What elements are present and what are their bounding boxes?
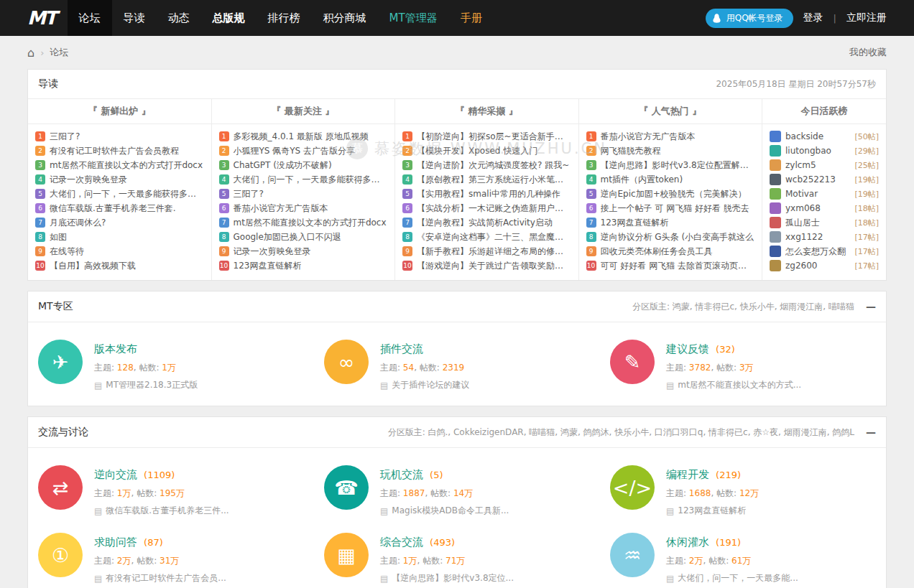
thread-link[interactable]: 如图 bbox=[50, 231, 67, 243]
guide-thread-item[interactable]: 记录一次剪映免登录 bbox=[219, 244, 388, 258]
forum-name-link[interactable]: 插件交流 bbox=[380, 342, 423, 355]
bus-icon[interactable]: ▦ bbox=[324, 533, 369, 577]
guide-thread-item[interactable]: mt居然不能直接以文本的方式打开docx bbox=[219, 215, 388, 230]
register-link[interactable]: 立即注册 bbox=[846, 11, 887, 24]
guide-thread-item[interactable]: 逆向协议分析 G头条 (小白变高手就这么 bbox=[586, 230, 755, 244]
guide-thread-item[interactable]: 小狐狸YS 佩奇YS 去广告版分享 bbox=[219, 144, 388, 158]
guide-thread-item[interactable]: 网飞猫脱壳教程 bbox=[586, 144, 755, 158]
nav-item-points-mall[interactable]: 积分商城 bbox=[312, 0, 378, 36]
thread-link[interactable]: 【逆向进阶】次元鸿城强度签校? 跟我~ bbox=[417, 159, 569, 172]
guide-thread-item[interactable]: 《安卓逆向这档事》二十三、黑盒魔法之 bbox=[402, 230, 571, 244]
water-icon[interactable]: ♒ bbox=[610, 533, 655, 577]
user-link[interactable]: 怎么妄想万众翻 bbox=[785, 246, 850, 258]
android-icon[interactable]: </> bbox=[610, 465, 655, 510]
lastpost-link[interactable]: 微信车载版.古董手机养老三件... bbox=[106, 505, 228, 517]
thread-link[interactable]: 网飞猫脱壳教程 bbox=[601, 145, 661, 157]
forum-block[interactable]: ☎ 玩机交流 (5) 主题: 1887, 帖数: 14万 ▤ Magisk模块A… bbox=[314, 454, 600, 521]
guide-thread-item[interactable]: 大佬们，问一下，一天最多能获得多少金 bbox=[219, 172, 388, 187]
ranking-user-item[interactable]: wcb252213 [19帖] bbox=[770, 172, 879, 187]
collapse-icon[interactable]: — bbox=[866, 301, 876, 312]
thread-link[interactable]: 有没有记工时软件去广告会员教程 bbox=[50, 145, 179, 157]
thread-link[interactable]: 记录一次剪映免登录 bbox=[50, 174, 127, 186]
thread-link[interactable]: 接上一个帖子 可 网飞猫 好好看 脱壳去 bbox=[601, 202, 749, 215]
forum-block[interactable]: ✎ 建议反馈 (32) 主题: 3782, 帖数: 3万 ▤ mt居然不能直接以… bbox=[600, 328, 886, 396]
guide-thread-item[interactable]: 如图 bbox=[35, 230, 204, 244]
guide-thread-item[interactable]: 大佬们，问一下，一天最多能获得多少金 bbox=[35, 187, 204, 201]
qq-login-button[interactable]: 用QQ帐号登录 bbox=[706, 9, 793, 28]
guide-thread-item[interactable]: 【原创教程】第三方系统运行小米笔记方 bbox=[402, 172, 571, 187]
guide-thread-item[interactable]: 【逆向教程】实战简析Activity启动 bbox=[402, 215, 571, 230]
guide-thread-item[interactable]: 123网盘直链解析 bbox=[586, 215, 755, 230]
forum-block[interactable]: ▦ 综合交流 (493) 主题: 1万, 帖数: 71万 ▤ 【逆向思路】影时代… bbox=[314, 521, 600, 588]
guide-column-header[interactable]: 『 最新关注 』 bbox=[212, 99, 395, 124]
guide-thread-item[interactable]: 可可 好好看 网飞猫 去除首页滚动页下广 bbox=[586, 258, 755, 273]
user-link[interactable]: xxg1122 bbox=[785, 232, 850, 242]
guide-thread-item[interactable]: 番茄小说官方无广告版本 bbox=[219, 201, 388, 215]
forum-lastpost[interactable]: ▤ 大佬们，问一下，一天最多能... bbox=[666, 572, 798, 584]
forum-name-link[interactable]: 综合交流 bbox=[380, 536, 423, 549]
forum-name-link[interactable]: 编程开发 bbox=[666, 468, 709, 481]
guide-thread-item[interactable]: 【新手教程】乐游超详细之布局的修改与 bbox=[402, 244, 571, 258]
guide-thread-item[interactable]: mt插件（内置token) bbox=[586, 172, 755, 187]
thread-link[interactable]: 【逆向思路】影时代v3.8定位配置解密思 bbox=[601, 159, 755, 172]
thread-link[interactable]: 【实战分析】一木记账之伪造新用户绕过 bbox=[417, 202, 571, 215]
forum-block[interactable]: ① 求助问答 (87) 主题: 2万, 帖数: 31万 ▤ 有没有记工时软件去广… bbox=[28, 521, 314, 588]
forum-lastpost[interactable]: ▤ 关于插件论坛的建议 bbox=[380, 379, 469, 391]
thread-link[interactable]: 逆向协议分析 G头条 (小白变高手就这么 bbox=[601, 231, 754, 243]
nav-item-activity[interactable]: 动态 bbox=[157, 0, 201, 36]
lastpost-link[interactable]: 大佬们，问一下，一天最多能... bbox=[678, 572, 798, 584]
guide-thread-item[interactable]: 微信车载版.古董手机养老三件套. bbox=[35, 201, 204, 215]
guide-thread-item[interactable]: 123网盘直链解析 bbox=[219, 258, 388, 273]
forum-name-link[interactable]: 逆向交流 bbox=[94, 468, 137, 481]
glasses-icon[interactable]: ∞ bbox=[324, 340, 369, 384]
forum-name-link[interactable]: 休闲灌水 bbox=[666, 536, 709, 549]
thread-link[interactable]: 可可 好好看 网飞猫 去除首页滚动页下广 bbox=[601, 260, 755, 272]
thread-link[interactable]: 【逆向教程】实战简析Activity启动 bbox=[417, 217, 553, 229]
thread-link[interactable]: 【新手教程】乐游超详细之布局的修改与 bbox=[417, 246, 571, 258]
forum-lastpost[interactable]: ▤ 123网盘直链解析 bbox=[666, 505, 759, 517]
thread-link[interactable]: 大佬们，问一下，一天最多能获得多少金 bbox=[50, 188, 204, 200]
ranking-user-item[interactable]: backside [50帖] bbox=[770, 129, 879, 144]
thread-link[interactable]: 番茄小说官方无广告版本 bbox=[234, 202, 328, 215]
thread-link[interactable]: 番茄小说官方无广告版本 bbox=[601, 131, 696, 143]
guide-thread-item[interactable]: 多彩视频_4.0.1 最新版 原地瓜视频 bbox=[219, 129, 388, 144]
ranking-user-item[interactable]: yxm068 [18帖] bbox=[770, 201, 879, 215]
guide-thread-item[interactable]: 三阳了? bbox=[219, 187, 388, 201]
breadcrumb-forum-link[interactable]: 论坛 bbox=[50, 46, 68, 59]
thread-link[interactable]: Google加固已换入口不闪退 bbox=[234, 231, 341, 243]
guide-thread-item[interactable]: 记录一次剪映免登录 bbox=[35, 172, 204, 187]
thread-link[interactable]: 123网盘直链解析 bbox=[601, 217, 669, 229]
guide-column-header[interactable]: 今日活跃榜 bbox=[762, 99, 886, 124]
guide-thread-item[interactable]: 【逆向进阶】次元鸿城强度签校? 跟我~ bbox=[402, 158, 571, 172]
thread-link[interactable]: 【初阶逆向】初探so层~更适合新手宝宝 bbox=[417, 131, 571, 143]
forum-lastpost[interactable]: ▤ mt居然不能直接以文本的方式... bbox=[666, 379, 801, 391]
ranking-user-item[interactable]: Motivar [19帖] bbox=[770, 187, 879, 201]
forum-name-link[interactable]: 建议反馈 bbox=[666, 342, 709, 355]
forum-lastpost[interactable]: ▤ 有没有记工时软件去广告会员... bbox=[94, 572, 226, 584]
ranking-user-item[interactable]: 怎么妄想万众翻 [17帖] bbox=[770, 244, 879, 258]
lastpost-link[interactable]: 123网盘直链解析 bbox=[678, 505, 746, 517]
user-link[interactable]: 孤山居士 bbox=[785, 217, 850, 229]
nav-item-manual[interactable]: 手册 bbox=[449, 0, 494, 36]
section-title[interactable]: 交流与讨论 bbox=[38, 426, 88, 439]
guide-thread-item[interactable]: 【实战分析】一木记账之伪造新用户绕过 bbox=[402, 201, 571, 215]
guide-thread-item[interactable]: 接上一个帖子 可 网飞猫 好好看 脱壳去 bbox=[586, 201, 755, 215]
forum-lastpost[interactable]: ▤ Magisk模块ADB命令工具新... bbox=[380, 505, 509, 517]
guide-thread-item[interactable]: 在线等待 bbox=[35, 244, 204, 258]
thread-link[interactable]: mt居然不能直接以文本的方式打开docx bbox=[50, 159, 203, 172]
ranking-user-item[interactable]: liutongbao [29帖] bbox=[770, 144, 879, 158]
forum-block[interactable]: ✈ 版本发布 主题: 128, 帖数: 1万 ▤ MT管理器2.18.3正式版 bbox=[28, 328, 314, 396]
user-link[interactable]: yxm068 bbox=[785, 203, 850, 213]
forum-lastpost[interactable]: ▤ 微信车载版.古董手机养老三件... bbox=[94, 505, 229, 517]
thread-link[interactable]: 月底还调休么? bbox=[50, 217, 106, 229]
lastpost-link[interactable]: MT管理器2.18.3正式版 bbox=[106, 379, 198, 391]
nav-item-rules[interactable]: 总版规 bbox=[201, 0, 257, 36]
thread-link[interactable]: 三阳了? bbox=[50, 131, 80, 143]
guide-column-header[interactable]: 『 人气热门 』 bbox=[579, 99, 762, 124]
thread-link[interactable]: 大佬们，问一下，一天最多能获得多少金 bbox=[234, 174, 388, 186]
nav-item-mt-manager[interactable]: MT管理器 bbox=[378, 0, 449, 36]
guide-thread-item[interactable]: 逆向Epic加固+校验脱壳（完美解决） bbox=[586, 187, 755, 201]
lastpost-link[interactable]: 有没有记工时软件去广告会员... bbox=[106, 572, 226, 584]
ranking-user-item[interactable]: xxg1122 [17帖] bbox=[770, 230, 879, 244]
user-link[interactable]: Motivar bbox=[785, 189, 850, 199]
